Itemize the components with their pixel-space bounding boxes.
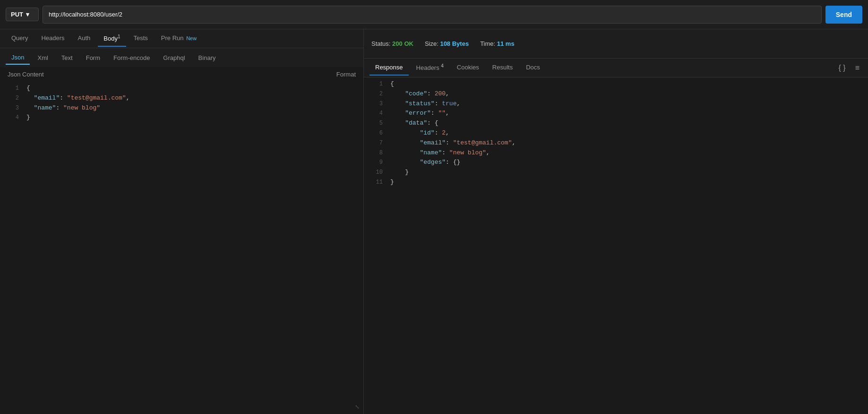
left-nav-tabs: Query Headers Auth Body1 Tests Pre Run N… xyxy=(0,29,363,48)
tab-auth[interactable]: Auth xyxy=(72,31,96,46)
size-value: 108 Bytes xyxy=(440,40,469,47)
body-tab-form-encode[interactable]: Form-encode xyxy=(108,51,155,64)
body-tab-graphql[interactable]: Graphql xyxy=(157,51,190,64)
tab-query[interactable]: Query xyxy=(6,31,34,46)
code-line-1: 1 { xyxy=(0,84,363,93)
time-value: 11 ms xyxy=(497,40,515,47)
json-content-header: Json Content Format xyxy=(0,67,363,82)
request-body-editor[interactable]: 1 { 2 "email": "test@gmail.com", 3 "name… xyxy=(0,82,363,414)
menu-icon[interactable]: ≡ xyxy=(852,62,862,74)
dropdown-arrow-icon: ▾ xyxy=(26,11,29,18)
resp-line-2: 2 "code": 200, xyxy=(364,89,868,99)
tab-results[interactable]: Results xyxy=(487,60,518,76)
body-tab-json[interactable]: Json xyxy=(6,51,30,65)
right-panel: Status: 200 OK Size: 108 Bytes Time: 11 … xyxy=(364,29,868,414)
resp-line-7: 7 "email": "test@gmail.com", xyxy=(364,138,868,148)
tab-prerun[interactable]: Pre Run New xyxy=(155,31,202,46)
status-label: Status: 200 OK xyxy=(371,40,413,47)
size-label: Size: 108 Bytes xyxy=(425,40,469,47)
body-tab-xml[interactable]: Xml xyxy=(32,51,53,64)
resp-line-10: 10 } xyxy=(364,168,868,177)
body-tabs: Json Xml Text Form Form-encode Graphql B… xyxy=(0,48,363,67)
resp-line-1: 1 { xyxy=(364,79,868,89)
right-toolbar: { } ≡ xyxy=(836,62,862,74)
tab-response-headers[interactable]: Headers 4 xyxy=(411,59,449,76)
tab-response[interactable]: Response xyxy=(370,60,409,76)
format-button[interactable]: Format xyxy=(336,71,356,78)
resp-line-5: 5 "data": { xyxy=(364,118,868,128)
body-tab-text[interactable]: Text xyxy=(56,51,78,64)
method-selector[interactable]: PUT ▾ xyxy=(6,8,39,21)
tab-body[interactable]: Body1 xyxy=(98,30,126,47)
tab-cookies[interactable]: Cookies xyxy=(451,60,485,76)
body-tab-form[interactable]: Form xyxy=(80,51,106,64)
right-nav-tabs: Response Headers 4 Cookies Results Docs … xyxy=(364,59,868,77)
top-bar: PUT ▾ Send xyxy=(0,0,868,29)
status-value: 200 OK xyxy=(392,40,413,47)
tab-headers[interactable]: Headers xyxy=(35,31,70,46)
resp-line-3: 3 "status": true, xyxy=(364,99,868,109)
braces-icon[interactable]: { } xyxy=(836,62,849,74)
url-input[interactable] xyxy=(43,6,822,24)
main-content: Query Headers Auth Body1 Tests Pre Run N… xyxy=(0,29,868,414)
code-line-3: 3 "name": "new blog" xyxy=(0,103,363,113)
json-content-label: Json Content xyxy=(8,71,44,78)
resp-line-11: 11 } xyxy=(364,177,868,187)
left-panel: Query Headers Auth Body1 Tests Pre Run N… xyxy=(0,29,364,414)
method-value: PUT xyxy=(11,11,23,18)
resp-line-9: 9 "edges": {} xyxy=(364,158,868,168)
response-status-bar: Status: 200 OK Size: 108 Bytes Time: 11 … xyxy=(364,29,868,59)
resp-line-8: 8 "name": "new blog", xyxy=(364,148,868,158)
code-line-4: 4 } xyxy=(0,113,363,123)
resp-line-4: 4 "error": "", xyxy=(364,109,868,118)
resize-handle[interactable]: ⤡ xyxy=(355,404,360,410)
tab-tests[interactable]: Tests xyxy=(128,31,154,46)
code-line-2: 2 "email": "test@gmail.com", xyxy=(0,93,363,103)
time-label: Time: 11 ms xyxy=(480,40,515,47)
response-body-content: 1 { 2 "code": 200, 3 "status": true, 4 "… xyxy=(364,77,868,414)
body-tab-binary[interactable]: Binary xyxy=(193,51,222,64)
code-editor-content[interactable]: 1 { 2 "email": "test@gmail.com", 3 "name… xyxy=(0,82,363,414)
resp-line-6: 6 "id": 2, xyxy=(364,128,868,138)
tab-docs[interactable]: Docs xyxy=(520,60,546,76)
send-button[interactable]: Send xyxy=(825,6,862,24)
